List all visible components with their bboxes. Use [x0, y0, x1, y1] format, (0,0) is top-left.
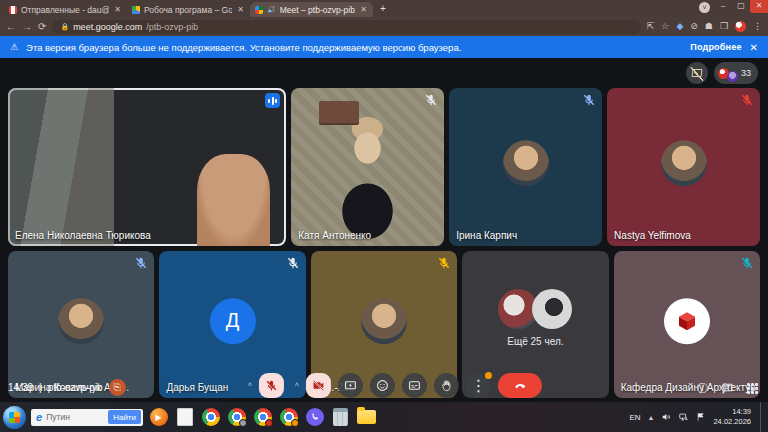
more-options-button[interactable]: ⋮ — [466, 373, 491, 398]
forward-icon[interactable]: → — [22, 22, 32, 32]
tab-audio-icon[interactable]: 🔊 — [267, 6, 276, 14]
participant-tile[interactable]: Ірина Карпич — [449, 88, 602, 246]
bookmark-star-icon[interactable]: ☆ — [661, 22, 669, 31]
tab-search-button[interactable]: ˅ — [699, 2, 710, 13]
taskbar-chrome-4[interactable] — [278, 407, 299, 428]
participant-tile[interactable]: Nastya Yelfimova — [607, 88, 760, 246]
taskbar-clock[interactable]: 14:39 24.02.2026 — [713, 407, 751, 427]
participant-name: Катя Антоненко — [298, 230, 371, 241]
mic-toggle-button[interactable] — [259, 373, 284, 398]
url-input[interactable]: 🔒 meet.google.com/ptb-ozvp-pib — [52, 20, 640, 34]
chat-icon[interactable] — [721, 382, 734, 395]
folder-icon — [357, 410, 376, 424]
taskbar-document-app[interactable] — [174, 407, 195, 428]
search-button[interactable]: Найти — [108, 410, 141, 424]
language-indicator[interactable]: EN — [629, 413, 640, 422]
taskbar-chrome-2[interactable] — [226, 407, 247, 428]
present-icon — [692, 69, 703, 77]
end-call-icon — [512, 378, 527, 393]
orange-badge-icon[interactable]: ⎘ — [109, 379, 126, 396]
red-cube-icon — [675, 309, 699, 333]
participant-avatar — [727, 71, 738, 82]
end-call-button[interactable] — [498, 373, 542, 398]
meet-bottom-bar: 14:39 | ptb-ozvp-pib ⎘ ˄ ˄ — [0, 366, 768, 402]
participant-letter-avatar: Д — [210, 298, 256, 344]
participant-tile[interactable]: Катя Антоненко — [291, 88, 444, 246]
browser-warning-banner: ⚠ Эта версия браузера больше не поддержи… — [0, 36, 768, 58]
maximize-button[interactable]: ▢ — [732, 0, 750, 13]
browser-tab[interactable]: Отправленные - dau@odaba.ed✕ — [4, 2, 127, 17]
camera-off-icon — [312, 379, 325, 392]
browser-tab[interactable]: Робоча програма – Google Ди✕ — [127, 2, 250, 17]
more-participants-group: Ещё 25 чел. — [462, 289, 608, 347]
present-screen-button[interactable] — [338, 373, 363, 398]
participant-name: Ірина Карпич — [456, 230, 517, 241]
windows-taskbar: e Путин Найти ▶ EN ▲ — [0, 402, 768, 432]
mic-options-chevron-icon[interactable]: ˄ — [244, 373, 256, 398]
side-panel-icon[interactable]: ❒ — [720, 22, 728, 31]
network-icon[interactable] — [678, 412, 689, 422]
drive-favicon — [132, 6, 140, 14]
show-desktop-button[interactable] — [760, 402, 764, 432]
minimize-button[interactable]: – — [714, 0, 732, 13]
tab-close-icon[interactable]: ✕ — [113, 5, 122, 14]
close-button[interactable]: ✕ — [750, 0, 768, 13]
document-icon — [177, 408, 193, 426]
back-icon[interactable]: ← — [6, 22, 16, 32]
participant-photo-avatar — [361, 298, 407, 344]
taskbar-viber[interactable] — [304, 407, 325, 428]
search-text: Путин — [46, 412, 104, 422]
taskbar-chrome-1[interactable] — [200, 407, 221, 428]
menu-kebab-icon[interactable]: ⋮ — [753, 22, 762, 31]
url-path: /ptb-ozvp-pib — [146, 22, 198, 32]
present-button[interactable] — [686, 62, 708, 84]
tray-expand-icon[interactable]: ▲ — [648, 414, 655, 421]
video-grid: Елена Николаевна ТюриковаКатя АнтоненкоІ… — [8, 88, 760, 398]
extensions-puzzle-icon[interactable]: ☗ — [705, 22, 713, 31]
tab-title: Робоча програма – Google Ди — [144, 5, 232, 15]
browser-tab-bar: Отправленные - dau@odaba.ed✕Робоча прогр… — [0, 0, 768, 17]
captions-button[interactable] — [402, 373, 427, 398]
extension-pin-icon[interactable]: ◆ — [676, 22, 683, 31]
tab-close-icon[interactable]: ✕ — [359, 5, 368, 14]
taskbar-explorer[interactable] — [356, 407, 377, 428]
gmail-favicon — [9, 6, 17, 14]
video-row-1: Елена Николаевна ТюриковаКатя АнтоненкоІ… — [8, 88, 760, 246]
calculator-icon — [333, 408, 348, 426]
raise-hand-button[interactable] — [434, 373, 459, 398]
participant-photo-avatar — [532, 289, 572, 329]
participants-button[interactable]: 33 — [714, 62, 758, 84]
meeting-details-icon[interactable]: ⓘ — [697, 381, 708, 396]
blocked-content-icon[interactable]: ⊘ — [690, 22, 698, 31]
viber-phone-icon — [306, 408, 324, 426]
browser-tab[interactable]: 🔊Meet – ptb-ozvp-pib✕ — [250, 2, 373, 17]
meeting-info-separator: | — [39, 382, 42, 393]
taskbar-search[interactable]: e Путин Найти — [31, 409, 143, 426]
participant-tile[interactable]: Елена Николаевна Тюрикова — [8, 88, 286, 246]
reload-icon[interactable]: ⟳ — [38, 22, 46, 32]
taskbar-calculator[interactable] — [330, 407, 351, 428]
right-controls: ⓘ — [697, 381, 758, 396]
system-tray: EN ▲ 14:39 24.02.2026 — [629, 402, 764, 432]
tab-close-icon[interactable]: ✕ — [236, 5, 245, 14]
camera-toggle-button[interactable] — [306, 373, 331, 398]
volume-icon[interactable] — [661, 412, 671, 422]
banner-close-icon[interactable]: ✕ — [750, 42, 758, 53]
warning-icon: ⚠ — [10, 42, 18, 52]
address-bar: ← → ⟳ 🔒 meet.google.com/ptb-ozvp-pib ⇱ ☆… — [0, 17, 768, 36]
start-button[interactable] — [3, 406, 26, 429]
taskbar-chrome-3[interactable] — [252, 407, 273, 428]
tab-title: Meet – ptb-ozvp-pib — [280, 5, 356, 15]
activities-grid-icon[interactable] — [747, 383, 758, 394]
lock-icon[interactable]: 🔒 — [60, 23, 69, 31]
cam-options-chevron-icon[interactable]: ˄ — [291, 373, 303, 398]
flag-icon[interactable] — [696, 412, 706, 422]
participant-photo-avatar — [503, 140, 549, 186]
banner-more-link[interactable]: Подробнее — [690, 42, 741, 52]
window-controls: – ▢ ✕ — [714, 0, 768, 13]
reactions-button[interactable] — [370, 373, 395, 398]
profile-avatar[interactable] — [735, 21, 746, 32]
share-icon[interactable]: ⇱ — [647, 22, 655, 31]
taskbar-media-player[interactable]: ▶ — [148, 407, 169, 428]
new-tab-button[interactable]: + — [377, 3, 389, 15]
